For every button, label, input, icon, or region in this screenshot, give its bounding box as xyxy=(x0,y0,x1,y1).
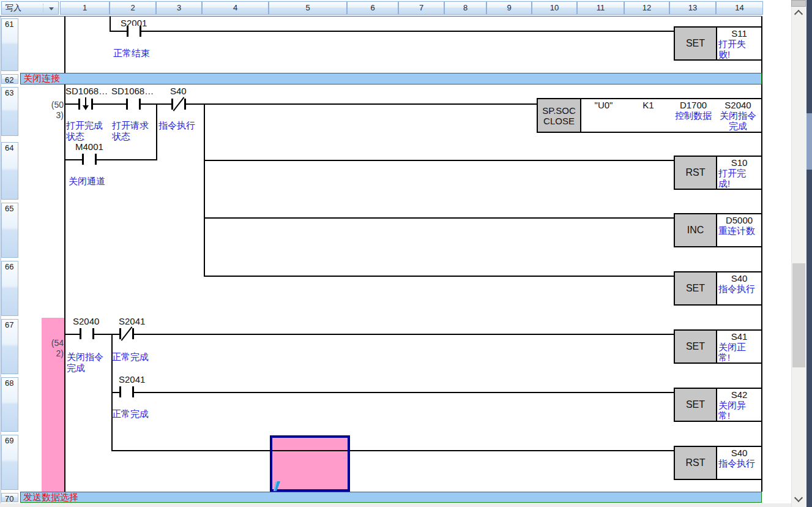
window-right-edge xyxy=(806,0,812,507)
device-comment: 指令执行 xyxy=(158,120,195,131)
contact-no-m4001[interactable] xyxy=(82,154,97,165)
contact-no-s2041[interactable] xyxy=(119,386,134,397)
contact-bar xyxy=(92,328,94,339)
falling-edge-arrow-icon xyxy=(82,97,89,111)
combo-divider xyxy=(43,4,43,12)
device-comment: 打开请求状态 xyxy=(112,120,149,142)
wire xyxy=(111,450,675,451)
vertical-scrollbar-track[interactable] xyxy=(791,0,806,507)
header-bottom-border xyxy=(0,16,762,17)
window-bottom-border xyxy=(0,503,791,507)
coil-op: SET xyxy=(675,272,717,304)
wire xyxy=(110,17,111,32)
coil-rst-s40[interactable]: RST S40 指令执行 xyxy=(674,446,762,480)
contact-bar xyxy=(80,328,81,339)
comment-line: 完成 xyxy=(67,362,103,374)
contact-bar xyxy=(78,99,80,110)
instruction-block-sp-socclose[interactable]: SP.SOC CLOSE "U0" K1 D1700 控制数据 S2040 关闭… xyxy=(537,98,762,133)
device-comment: 正常完成 xyxy=(112,351,149,362)
operand-d1700: D1700 控制数据 xyxy=(671,99,716,132)
column-header-13: 13 xyxy=(669,1,716,15)
contact-bar xyxy=(127,26,129,37)
contact-nc-s40[interactable] xyxy=(171,99,186,110)
comment-line: 打开完成 xyxy=(66,120,103,131)
coil-rst-s10[interactable]: RST S10 打开完 成! xyxy=(674,156,762,190)
row-header-63[interactable]: 63 xyxy=(1,87,18,136)
coil-comment: 打开失 xyxy=(718,39,760,49)
device-comment: 正常完成 xyxy=(112,408,149,419)
column-header-5: 5 xyxy=(269,1,347,15)
row-header-70[interactable]: 70 xyxy=(1,493,18,502)
coil-set-s40[interactable]: SET S40 指令执行 xyxy=(674,271,762,306)
column-header-8: 8 xyxy=(444,1,486,15)
coil-device: S41 xyxy=(718,331,760,342)
mode-selector-combo[interactable]: 写入 xyxy=(1,1,59,15)
operand-name: S2040 xyxy=(716,100,760,110)
coil-comment: 常! xyxy=(718,352,760,362)
contact-bar xyxy=(184,99,186,110)
column-header-14: 14 xyxy=(716,1,763,15)
column-header-1: 1 xyxy=(60,1,110,15)
contact-bar xyxy=(171,99,173,110)
wire xyxy=(65,334,675,335)
column-header-10: 10 xyxy=(532,1,577,15)
coil-comment: 败! xyxy=(718,49,760,59)
operand-name: "U0" xyxy=(581,100,626,110)
contact-no-s2001[interactable] xyxy=(127,26,141,37)
operand-comment: 完成 xyxy=(716,121,760,131)
device-comment: 关闭指令完成 xyxy=(67,351,103,374)
row-header-65[interactable]: 65 xyxy=(1,203,18,258)
device-label: S2040 xyxy=(73,317,99,326)
column-header-4: 4 xyxy=(202,1,269,15)
row-header-66[interactable]: 66 xyxy=(1,261,18,316)
wire xyxy=(204,276,675,277)
statement-send-data-select[interactable]: 发送数据选择 xyxy=(20,492,762,503)
coil-set-s42[interactable]: SET S42 关闭异 常! xyxy=(674,388,762,422)
operand-u0: "U0" xyxy=(581,99,626,132)
column-header-11: 11 xyxy=(577,1,624,15)
row-header-69[interactable]: 69 xyxy=(1,435,18,490)
coil-set-s11[interactable]: SET S11 打开失 败! xyxy=(674,26,762,61)
contact-no-sd1068[interactable] xyxy=(126,99,141,110)
row-header-64[interactable]: 64 xyxy=(1,142,18,200)
outer-scrollbar-thumb[interactable] xyxy=(806,113,812,170)
device-label: SD1068… xyxy=(111,86,154,96)
contact-nc-s2041[interactable] xyxy=(119,328,134,339)
wire xyxy=(204,217,675,219)
vertical-scrollbar-thumb[interactable] xyxy=(792,263,805,367)
insert-mark-icon xyxy=(273,481,281,491)
contact-bar xyxy=(119,386,121,397)
chevron-down-icon[interactable] xyxy=(49,7,54,10)
coil-comment: 指令执行 xyxy=(718,458,760,468)
step-number-542: (54 2) xyxy=(35,338,64,359)
coil-comment: 常! xyxy=(718,410,760,421)
coil-op: INC xyxy=(675,214,717,246)
comment-line: 状态 xyxy=(112,131,149,142)
scrollbar-split-box[interactable] xyxy=(791,0,806,7)
coil-device: S40 xyxy=(718,273,760,284)
comment-line: 打开请求 xyxy=(112,120,149,131)
coil-comment: 重连计数 xyxy=(718,225,760,236)
coil-device: S40 xyxy=(718,448,760,458)
row-header-67[interactable]: 67 xyxy=(1,319,18,374)
coil-device: D5000 xyxy=(718,215,760,225)
coil-inc-d5000[interactable]: INC D5000 重连计数 xyxy=(674,213,762,247)
column-header-6: 6 xyxy=(347,1,398,15)
nc-slash xyxy=(173,97,185,111)
contact-no-s2040[interactable] xyxy=(80,328,94,339)
contact-bar xyxy=(139,99,141,110)
row-header-62[interactable]: 62 xyxy=(1,74,18,84)
selection-cursor[interactable] xyxy=(270,435,350,492)
device-label: S2041 xyxy=(119,375,145,385)
statement-close-connection[interactable]: 关闭连接 xyxy=(20,73,762,85)
coil-set-s41[interactable]: SET S41 关闭正 常! xyxy=(674,329,762,364)
row-header-68[interactable]: 68 xyxy=(1,377,18,432)
instruction-name: SP.SOC CLOSE xyxy=(538,99,581,132)
column-header-3: 3 xyxy=(156,1,202,15)
contact-bar xyxy=(126,99,128,110)
row-header-61[interactable]: 61 xyxy=(1,18,18,71)
contact-falling-edge-sd1068[interactable] xyxy=(78,99,93,110)
wire xyxy=(110,31,675,32)
coil-device: S10 xyxy=(718,157,760,168)
wire xyxy=(204,103,205,277)
